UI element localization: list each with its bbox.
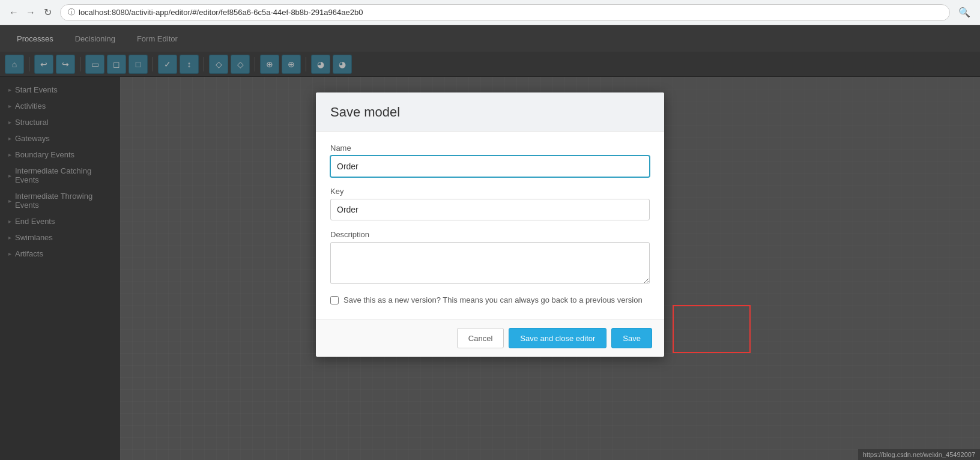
key-field-group: Key (330, 187, 650, 220)
save-and-close-button[interactable]: Save and close editor (509, 328, 606, 348)
lock-icon: ⓘ (68, 7, 75, 17)
back-button[interactable]: ← (7, 6, 20, 19)
modal-title: Save model (330, 104, 650, 120)
save-model-dialog: Save model Name Key Description Save th (316, 92, 664, 357)
browser-search-button[interactable]: 🔍 (956, 4, 973, 21)
description-field-group: Description (330, 230, 650, 286)
modal-body: Name Key Description Save this as a new … (316, 132, 664, 319)
url-text: localhost:8080/activiti-app/editor/#/edi… (79, 8, 363, 17)
red-highlight-box (673, 305, 751, 353)
key-label: Key (330, 187, 650, 196)
reload-button[interactable]: ↻ (41, 6, 54, 19)
nav-buttons: ← → ↻ (7, 6, 54, 19)
save-button[interactable]: Save (611, 328, 652, 348)
name-label: Name (330, 144, 650, 153)
new-version-checkbox-label[interactable]: Save this as a new version? This means y… (343, 295, 643, 304)
name-field-group: Name (330, 144, 650, 177)
key-input[interactable] (330, 199, 650, 220)
new-version-checkbox-row: Save this as a new version? This means y… (330, 295, 650, 304)
name-input[interactable] (330, 156, 650, 177)
modal-header: Save model (316, 92, 664, 132)
app-background: Processes Decisioning Form Editor ⌂ ↩ ↪ … (0, 25, 980, 460)
browser-chrome: ← → ↻ ⓘ localhost:8080/activiti-app/edit… (0, 0, 980, 25)
cancel-button[interactable]: Cancel (457, 328, 504, 348)
new-version-checkbox[interactable] (330, 296, 339, 304)
status-url: https://blog.csdn.net/weixin_45492007 (863, 451, 975, 458)
description-textarea[interactable] (330, 242, 650, 284)
description-label: Description (330, 230, 650, 239)
status-bar: https://blog.csdn.net/weixin_45492007 (858, 449, 980, 460)
address-bar[interactable]: ⓘ localhost:8080/activiti-app/editor/#/e… (60, 4, 950, 21)
modal-overlay: Save model Name Key Description Save th (0, 25, 980, 460)
modal-footer: Cancel Save and close editor Save (316, 319, 664, 357)
forward-button[interactable]: → (24, 6, 37, 19)
